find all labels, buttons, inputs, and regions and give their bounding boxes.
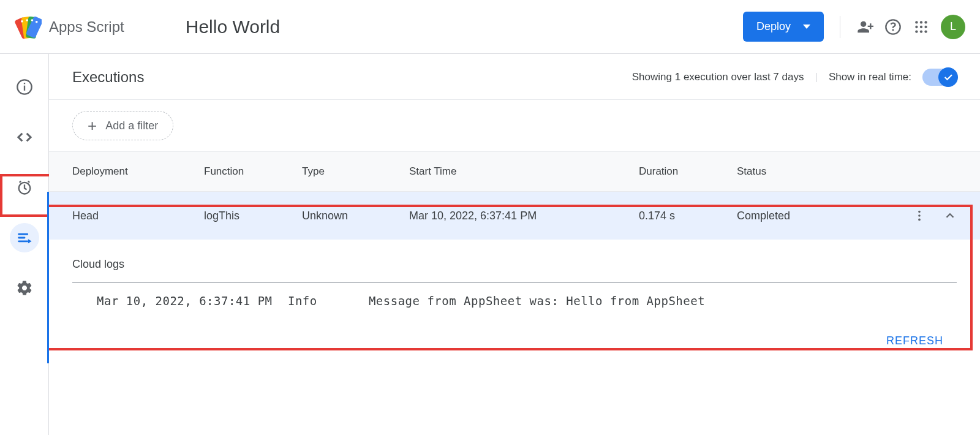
deploy-label: Deploy (756, 20, 791, 33)
brand-name: Apps Script (49, 18, 124, 36)
svg-point-1 (26, 19, 28, 21)
status-text: Showing 1 execution over last 7 days (632, 71, 804, 83)
sidebar-item-settings[interactable] (10, 273, 39, 303)
column-duration: Duration (639, 165, 737, 178)
log-message: Message from AppSheet was: Hello from Ap… (369, 294, 705, 308)
column-deployment: Deployment (72, 165, 204, 178)
svg-point-9 (920, 25, 922, 28)
page-header: Executions Showing 1 execution over last… (49, 54, 980, 100)
column-start-time: Start Time (409, 165, 639, 178)
cell-duration: 0.174 s (639, 210, 737, 222)
cell-status: Completed (737, 210, 889, 222)
sidebar (0, 54, 49, 435)
svg-rect-15 (23, 86, 24, 91)
sidebar-item-executions[interactable] (10, 223, 39, 252)
svg-point-11 (915, 30, 918, 32)
cell-type: Unknown (302, 210, 409, 222)
share-person-icon[interactable] (856, 18, 873, 36)
add-filter-label: Add a filter (105, 119, 158, 132)
cloud-logs-panel: Cloud logs Mar 10, 2022, 6:37:41 PM Info… (47, 240, 980, 319)
chevron-down-icon (803, 25, 810, 29)
divider (840, 16, 840, 38)
execution-row[interactable]: Head logThis Unknown Mar 10, 2022, 6:37:… (47, 192, 980, 240)
main-content: Executions Showing 1 execution over last… (49, 54, 980, 435)
svg-point-10 (924, 25, 927, 28)
svg-point-20 (918, 219, 921, 221)
page-title: Executions (72, 69, 144, 86)
more-options-icon[interactable] (913, 209, 926, 222)
realtime-label: Show in real time: (829, 71, 911, 83)
svg-point-6 (920, 21, 922, 23)
column-function: Function (204, 165, 302, 178)
sidebar-item-triggers[interactable] (10, 173, 39, 202)
logo-area: Apps Script (15, 13, 124, 40)
svg-point-18 (918, 211, 921, 213)
help-icon[interactable] (884, 18, 902, 36)
refresh-row: REFRESH (47, 319, 980, 363)
svg-point-7 (924, 21, 927, 23)
table-header: Deployment Function Type Start Time Dura… (49, 151, 980, 192)
column-status: Status (737, 165, 957, 178)
svg-point-3 (36, 20, 38, 23)
sidebar-item-editor[interactable] (10, 123, 39, 152)
cell-function: logThis (204, 210, 302, 222)
cloud-logs-title: Cloud logs (72, 258, 957, 271)
project-title: Hello World (186, 17, 281, 37)
log-time: Mar 10, 2022, 6:37:41 PM (97, 294, 281, 308)
svg-point-12 (920, 30, 922, 32)
svg-point-0 (21, 20, 23, 23)
deploy-button[interactable]: Deploy (743, 12, 824, 42)
add-filter-button[interactable]: + Add a filter (72, 111, 173, 140)
svg-point-2 (31, 19, 34, 21)
realtime-toggle[interactable] (922, 69, 957, 86)
svg-point-5 (915, 21, 918, 23)
column-type: Type (302, 165, 409, 178)
check-icon (938, 67, 958, 87)
cell-start-time: Mar 10, 2022, 6:37:41 PM (409, 210, 639, 222)
log-entry: Mar 10, 2022, 6:37:41 PM Info Message fr… (72, 283, 957, 319)
divider: | (815, 71, 817, 83)
svg-point-19 (918, 214, 921, 217)
sidebar-item-overview[interactable] (10, 72, 39, 102)
chevron-up-icon[interactable] (943, 209, 957, 222)
header-actions: Deploy L (743, 12, 965, 42)
apps-script-logo-icon (15, 13, 42, 40)
refresh-button[interactable]: REFRESH (886, 335, 943, 347)
app-header: Apps Script Hello World Deploy L (0, 0, 980, 54)
avatar[interactable]: L (941, 15, 965, 39)
apps-grid-icon[interactable] (913, 18, 930, 36)
log-level: Info (288, 294, 361, 308)
filter-row: + Add a filter (49, 100, 980, 151)
cell-deployment: Head (72, 210, 204, 222)
svg-rect-16 (23, 83, 24, 84)
svg-point-8 (915, 25, 918, 28)
status-area: Showing 1 execution over last 7 days | S… (632, 69, 957, 86)
plus-icon: + (88, 118, 97, 134)
svg-point-13 (924, 30, 927, 32)
